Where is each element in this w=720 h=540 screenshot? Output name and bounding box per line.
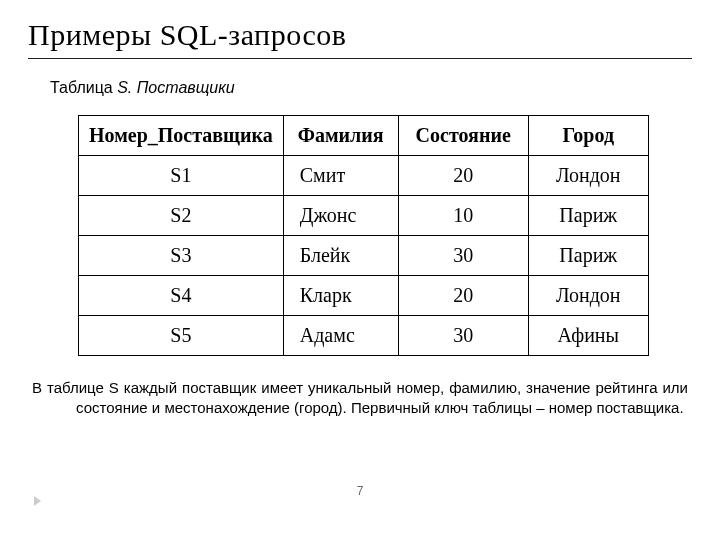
table-row: S1 Смит 20 Лондон	[79, 156, 649, 196]
cell-id: S1	[79, 156, 284, 196]
cell-state: 20	[398, 156, 528, 196]
cell-fam: Джонс	[283, 196, 398, 236]
cell-city: Париж	[528, 196, 648, 236]
caption-code: S	[117, 79, 128, 96]
table-row: S3 Блейк 30 Париж	[79, 236, 649, 276]
cell-fam: Кларк	[283, 276, 398, 316]
table-header-row: Номер_Поставщика Фамилия Состояние Город	[79, 116, 649, 156]
caption-suffix: . Поставщики	[128, 79, 235, 96]
col-header: Состояние	[398, 116, 528, 156]
cell-id: S4	[79, 276, 284, 316]
suppliers-table: Номер_Поставщика Фамилия Состояние Город…	[78, 115, 649, 356]
cell-city: Париж	[528, 236, 648, 276]
col-header: Номер_Поставщика	[79, 116, 284, 156]
cell-city: Афины	[528, 316, 648, 356]
cell-state: 30	[398, 316, 528, 356]
cell-id: S3	[79, 236, 284, 276]
table-row: S5 Адамс 30 Афины	[79, 316, 649, 356]
table-row: S2 Джонс 10 Париж	[79, 196, 649, 236]
cell-city: Лондон	[528, 156, 648, 196]
table-caption: Таблица S. Поставщики	[50, 79, 692, 97]
cell-city: Лондон	[528, 276, 648, 316]
triangle-icon	[34, 496, 41, 506]
cell-fam: Смит	[283, 156, 398, 196]
footer-text: В таблице S каждый поставщик имеет уника…	[32, 378, 688, 417]
cell-id: S5	[79, 316, 284, 356]
page-number: 7	[0, 484, 720, 498]
slide: Примеры SQL-запросов Таблица S. Поставщи…	[0, 0, 720, 540]
title-divider	[28, 58, 692, 59]
col-header: Фамилия	[283, 116, 398, 156]
cell-state: 30	[398, 236, 528, 276]
cell-state: 10	[398, 196, 528, 236]
cell-fam: Блейк	[283, 236, 398, 276]
page-title: Примеры SQL-запросов	[28, 18, 692, 52]
cell-id: S2	[79, 196, 284, 236]
cell-state: 20	[398, 276, 528, 316]
caption-prefix: Таблица	[50, 79, 117, 96]
cell-fam: Адамс	[283, 316, 398, 356]
footer-description: В таблице S каждый поставщик имеет уника…	[32, 378, 688, 417]
table-row: S4 Кларк 20 Лондон	[79, 276, 649, 316]
col-header: Город	[528, 116, 648, 156]
